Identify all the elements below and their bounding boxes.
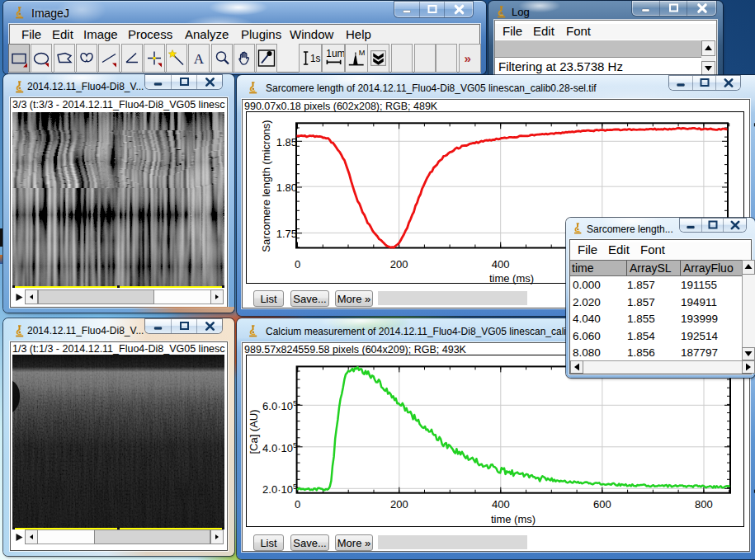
svg-text:A: A xyxy=(194,51,205,67)
svg-text:1um: 1um xyxy=(326,48,344,59)
svg-text:1s: 1s xyxy=(310,53,321,64)
svg-text:M: M xyxy=(358,49,365,57)
